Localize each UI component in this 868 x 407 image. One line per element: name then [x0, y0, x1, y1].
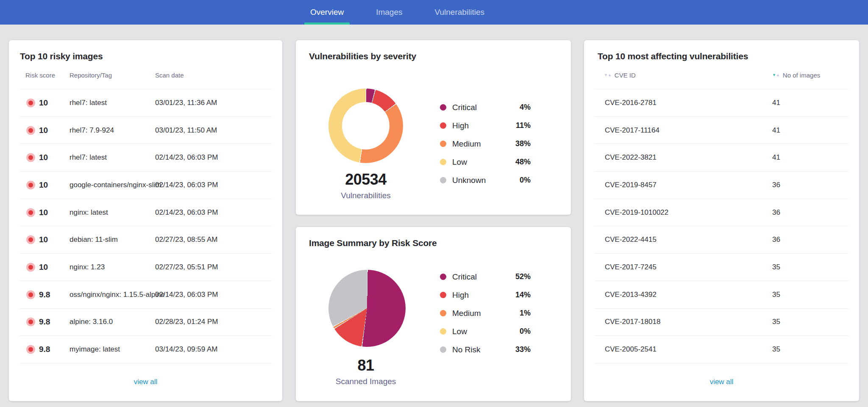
vulnerability-row[interactable]: CVE-2017-1801835 [595, 309, 849, 336]
severity-legend: Critical4% High11% Medium38% Low48% Unkn… [440, 98, 531, 189]
risky-images-title: Top 10 risky images [20, 51, 103, 61]
risk-score: 9.8 [39, 290, 50, 299]
scan-date: 02/14/23, 06:03 PM [155, 208, 218, 217]
image-count: 41 [772, 99, 780, 107]
risky-image-row[interactable]: 10nginx: latest02/14/23, 06:03 PM [19, 199, 272, 227]
risk-score-icon [26, 263, 35, 271]
legend-value: 0% [520, 327, 531, 336]
risk-score: 10 [39, 263, 48, 272]
risk-score: 10 [39, 235, 48, 244]
tab-overview[interactable]: Overview [304, 0, 350, 25]
risky-image-row[interactable]: 9.8myimage: latest03/14/23, 09:59 AM [19, 336, 272, 363]
legend-label: Low [452, 327, 467, 336]
cve-id: CVE-2019-1010022 [605, 208, 668, 217]
vulnerability-row[interactable]: CVE-2005-254135 [595, 336, 849, 363]
legend-label: High [452, 121, 469, 130]
vulnerability-row[interactable]: CVE-2017-724535 [595, 254, 849, 281]
risk-score-icon [26, 126, 35, 135]
repository-tag: alpine: 3.16.0 [70, 318, 113, 326]
repository-tag: google-containers/nginx-slim: [70, 181, 163, 189]
scan-date: 02/14/23, 06:03 PM [155, 181, 218, 189]
legend-item: High14% [440, 286, 531, 304]
legend-dot-icon [440, 292, 446, 298]
legend-value: 38% [515, 139, 531, 148]
vulnerability-row[interactable]: CVE-2022-382141 [595, 144, 849, 172]
top-vulnerabilities-title: Top 10 most affecting vulnerabilities [598, 51, 748, 61]
scan-date: 02/27/23, 08:55 AM [155, 235, 217, 244]
tab-images[interactable]: Images [370, 0, 408, 25]
legend-dot-icon [440, 141, 446, 147]
legend-dot-icon [440, 274, 446, 280]
image-count: 35 [772, 291, 780, 299]
repository-tag: myimage: latest [70, 345, 120, 354]
legend-dot-icon [440, 328, 446, 335]
vulnerability-row[interactable]: CVE-2016-278141 [595, 89, 849, 117]
risky-image-row[interactable]: 10nginx: 1.2302/27/23, 05:51 PM [19, 254, 272, 281]
scan-date: 03/01/23, 11:50 AM [155, 126, 217, 135]
tab-vulnerabilities[interactable]: Vulnerabilities [429, 0, 491, 25]
legend-label: High [452, 291, 469, 300]
vulnerability-row[interactable]: CVE-2019-845736 [595, 172, 849, 199]
scan-date: 02/14/23, 06:03 PM [155, 291, 218, 299]
scan-date: 03/01/23, 11:36 AM [155, 99, 217, 107]
severity-donut-chart [328, 89, 403, 163]
legend-value: 1% [520, 309, 531, 318]
scanned-images-count: 81 [318, 357, 414, 374]
vulnerability-row[interactable]: CVE-2013-439235 [595, 281, 849, 309]
risky-image-row[interactable]: 10rhel7: latest03/01/23, 11:36 AM [19, 89, 272, 117]
repository-tag: rhel7: 7.9-924 [70, 126, 114, 135]
scan-date: 02/14/23, 06:03 PM [155, 153, 218, 162]
risk-score-icon [26, 345, 35, 354]
column-header-label: No of images [783, 72, 820, 79]
risky-image-row[interactable]: 10google-containers/nginx-slim:02/14/23,… [19, 172, 272, 199]
view-all-link[interactable]: view all [9, 378, 282, 386]
cve-id: CVE-2017-18018 [605, 318, 660, 326]
risk-score-icon [26, 290, 35, 299]
total-vulnerabilities-count: 20534 [318, 172, 414, 188]
legend-dot-icon [440, 177, 446, 183]
sort-icon: ▼▲ [604, 73, 612, 77]
risk-score: 10 [39, 126, 48, 135]
risky-image-row[interactable]: 9.8alpine: 3.16.002/28/23, 01:24 PM [19, 309, 272, 336]
risk-score-legend: Critical52% High14% Medium1% Low0% No Ri… [440, 268, 531, 359]
card-vulnerabilities-by-severity: Vulnerabilities by severity 20534 Vulner… [296, 40, 571, 215]
risky-image-row[interactable]: 9.8oss/nginx/nginx: 1.15.5-alpine02/14/2… [19, 281, 272, 309]
vulnerability-row[interactable]: CVE-2019-101002236 [595, 199, 849, 227]
view-all-link[interactable]: view all [584, 378, 859, 386]
scan-date: 03/14/23, 09:59 AM [155, 345, 217, 354]
risk-score-icon [26, 180, 35, 189]
image-count: 35 [772, 318, 780, 326]
cve-id: CVE-2017-7245 [605, 263, 657, 271]
scan-date: 02/27/23, 05:51 PM [155, 263, 218, 271]
risk-score-icon [26, 235, 35, 244]
risky-image-row[interactable]: 10rhel7: latest02/14/23, 06:03 PM [19, 144, 272, 172]
legend-value: 11% [516, 121, 531, 130]
legend-value: 52% [515, 272, 531, 281]
legend-dot-icon [440, 346, 446, 353]
risky-image-row[interactable]: 10rhel7: 7.9-92403/01/23, 11:50 AM [19, 117, 272, 144]
cve-id: CVE-2005-2541 [605, 345, 657, 354]
legend-item: Critical4% [440, 98, 531, 116]
cve-id: CVE-2017-11164 [605, 126, 659, 135]
repository-tag: nginx: latest [70, 208, 108, 217]
legend-value: 14% [515, 291, 531, 299]
risk-score-icon [26, 98, 35, 107]
column-header-repository-tag: Repository/Tag [70, 72, 112, 79]
legend-item: Medium38% [440, 135, 531, 153]
image-count: 36 [772, 235, 780, 244]
cve-id: CVE-2019-8457 [605, 181, 657, 189]
vulnerability-row[interactable]: CVE-2017-1116441 [595, 117, 849, 144]
total-vulnerabilities-label: Vulnerabilities [318, 191, 414, 200]
cve-id: CVE-2022-3821 [605, 153, 657, 162]
repository-tag: nginx: 1.23 [70, 263, 105, 271]
risk-score: 9.8 [39, 317, 50, 327]
column-header-cve-id[interactable]: ▼▲ CVE ID [604, 72, 636, 79]
risk-score: 10 [39, 153, 48, 162]
risky-image-row[interactable]: 10debian: 11-slim02/27/23, 08:55 AM [19, 226, 272, 254]
vulnerability-row[interactable]: CVE-2022-441536 [595, 226, 849, 254]
legend-item: High11% [440, 116, 531, 135]
risk-score-icon [26, 208, 35, 217]
column-header-no-of-images[interactable]: ▼▲ No of images [772, 72, 820, 79]
risky-images-column-headers: Risk score Repository/Tag Scan date [9, 72, 282, 81]
image-count: 41 [772, 153, 780, 162]
